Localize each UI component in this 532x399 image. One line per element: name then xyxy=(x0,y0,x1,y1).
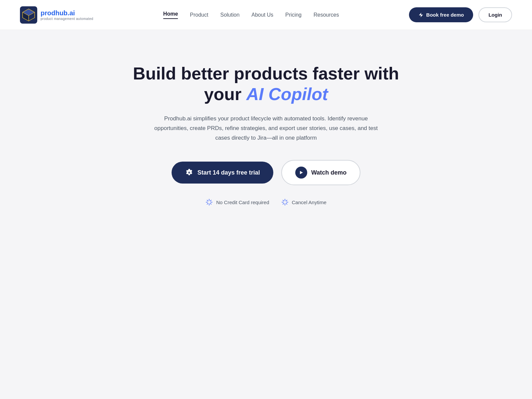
hero-section: Build better products faster with your A… xyxy=(0,30,532,226)
book-demo-button[interactable]: Book free demo xyxy=(409,7,473,22)
svg-marker-5 xyxy=(300,171,303,174)
sparkle-icon-2 xyxy=(281,199,289,206)
header-actions: Book free demo Login xyxy=(409,7,512,22)
sparkle-icon-1 xyxy=(205,199,213,206)
nav-solution[interactable]: Solution xyxy=(220,12,239,18)
nav-resources[interactable]: Resources xyxy=(314,12,339,18)
settings-icon xyxy=(185,168,194,177)
nav-pricing[interactable]: Pricing xyxy=(285,12,302,18)
login-button[interactable]: Login xyxy=(478,7,512,22)
badge-cancel: Cancel Anytime xyxy=(281,199,327,206)
hero-title: Build better products faster with your A… xyxy=(123,63,409,105)
logo[interactable]: prodhub.ai product management automated xyxy=(20,6,93,24)
play-icon xyxy=(295,167,307,179)
logo-name: prodhub.ai xyxy=(41,9,93,17)
header: prodhub.ai product management automated … xyxy=(0,0,532,30)
bolt-icon xyxy=(418,12,424,18)
nav-product[interactable]: Product xyxy=(190,12,208,18)
hero-badges: No Credit Card required Cancel Anytime xyxy=(205,199,326,206)
start-trial-button[interactable]: Start 14 days free trial xyxy=(172,162,273,184)
watch-demo-button[interactable]: Watch demo xyxy=(281,160,360,185)
logo-icon xyxy=(20,6,37,24)
badge-no-card: No Credit Card required xyxy=(205,199,269,206)
nav-home[interactable]: Home xyxy=(163,11,178,19)
hero-buttons: Start 14 days free trial Watch demo xyxy=(172,160,360,185)
hero-title-accent: AI Copilot xyxy=(246,84,328,104)
nav-about[interactable]: About Us xyxy=(251,12,273,18)
hero-subtitle: Prodhub.ai simplifies your product lifec… xyxy=(150,114,382,143)
logo-tagline: product management automated xyxy=(41,17,93,21)
main-nav: Home Product Solution About Us Pricing R… xyxy=(163,11,339,19)
